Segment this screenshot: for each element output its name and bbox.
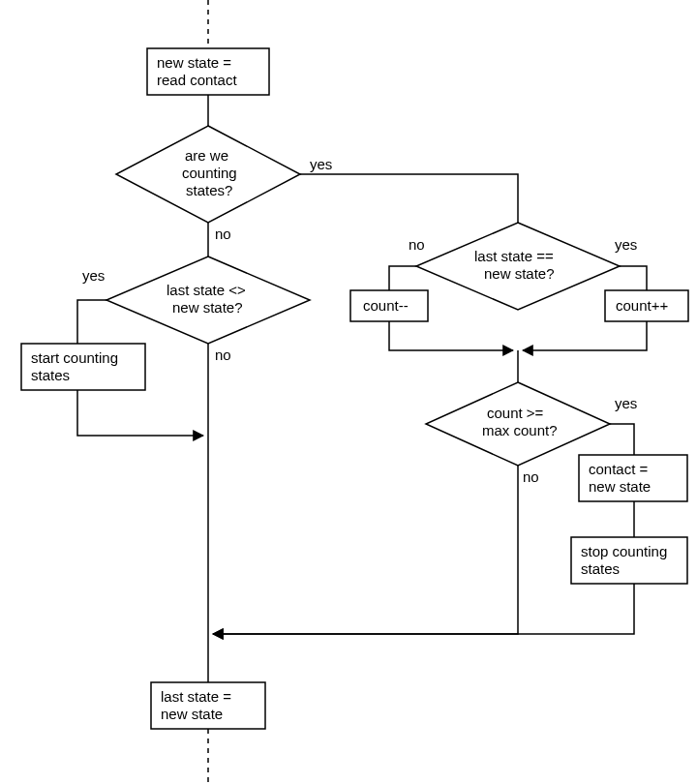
- text: last state ==: [474, 248, 554, 264]
- text: new state?: [172, 299, 243, 316]
- text: new state?: [484, 265, 555, 282]
- label-no: no: [409, 236, 425, 253]
- text: new state =: [157, 54, 231, 71]
- edge: [300, 174, 518, 223]
- label-yes: yes: [310, 156, 332, 172]
- label-no: no: [215, 347, 231, 363]
- edge: [389, 266, 416, 290]
- edge: [77, 300, 106, 344]
- label-yes: yes: [615, 395, 637, 411]
- text: states: [31, 367, 70, 383]
- text: are we: [185, 147, 228, 164]
- text: counting: [182, 165, 237, 181]
- text: new state: [589, 478, 651, 495]
- edge: [77, 390, 203, 436]
- node-contact-assign: contact = new state: [579, 455, 687, 501]
- label-yes: yes: [82, 267, 105, 284]
- text: read contact: [157, 72, 237, 88]
- decision-neq: last state <> new state?: [106, 256, 310, 344]
- decision-max: count >= max count?: [426, 382, 610, 466]
- text: count++: [616, 297, 668, 314]
- text: last state =: [161, 688, 231, 705]
- text: start counting: [31, 349, 118, 366]
- text: states?: [186, 182, 232, 198]
- node-count-dec: count--: [350, 290, 428, 321]
- node-last-state: last state = new state: [151, 682, 265, 729]
- edge: [213, 584, 634, 634]
- node-read-contact: new state = read contact: [147, 48, 269, 95]
- node-start-counting: start counting states: [21, 344, 145, 390]
- text: contact =: [589, 461, 649, 477]
- label-no: no: [523, 468, 539, 485]
- decision-eq: last state == new state?: [416, 223, 620, 310]
- node-stop-counting: stop counting states: [571, 537, 687, 584]
- edge: [620, 266, 647, 290]
- text: new state: [161, 706, 223, 722]
- text: states: [581, 560, 620, 577]
- edge: [213, 466, 518, 634]
- text: count >=: [487, 405, 544, 421]
- node-count-inc: count++: [605, 290, 688, 321]
- decision-counting: are we counting states?: [116, 126, 300, 223]
- text: max count?: [482, 422, 558, 438]
- edge: [523, 321, 647, 350]
- edge: [610, 424, 634, 455]
- label-no: no: [215, 226, 231, 242]
- text: stop counting: [581, 543, 667, 559]
- text: count--: [363, 297, 409, 314]
- edge: [389, 321, 513, 350]
- text: last state <>: [167, 282, 246, 298]
- label-yes: yes: [615, 236, 637, 253]
